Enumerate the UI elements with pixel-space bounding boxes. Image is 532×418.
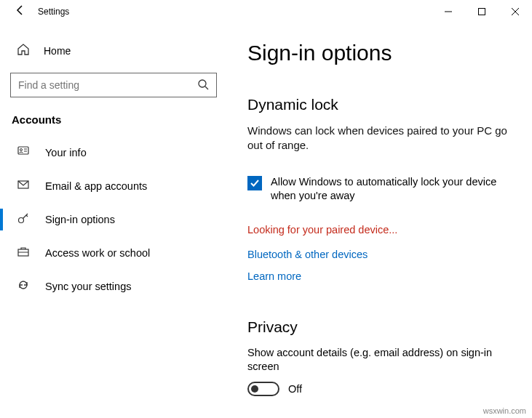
- privacy-toggle-description: Show account details (e.g. email address…: [247, 346, 509, 374]
- briefcase-icon: [16, 245, 31, 261]
- sidebar-item-email[interactable]: Email & app accounts: [0, 169, 217, 203]
- pairing-status: Looking for your paired device...: [247, 224, 517, 236]
- home-button[interactable]: Home: [10, 36, 217, 65]
- sidebar-item-sync[interactable]: Sync your settings: [0, 270, 217, 303]
- key-icon: [16, 212, 31, 228]
- svg-line-5: [205, 87, 208, 89]
- sync-icon: [16, 278, 31, 294]
- titlebar: Settings: [0, 0, 532, 23]
- sidebar-item-work[interactable]: Access work or school: [0, 236, 217, 270]
- close-button[interactable]: [499, 0, 532, 23]
- sidebar-item-your-info[interactable]: Your info: [0, 136, 217, 169]
- sidebar-item-label: Access work or school: [45, 247, 150, 259]
- sidebar-item-signin[interactable]: Sign-in options: [0, 203, 217, 236]
- home-label: Home: [44, 45, 71, 57]
- maximize-button[interactable]: [465, 0, 499, 23]
- watermark: wsxwin.com: [483, 406, 526, 415]
- home-icon: [16, 43, 31, 59]
- search-input[interactable]: [18, 79, 197, 91]
- svg-point-4: [199, 80, 206, 87]
- learn-more-link[interactable]: Learn more: [247, 270, 517, 282]
- privacy-toggle-row: Off: [247, 382, 517, 396]
- privacy-toggle[interactable]: [247, 382, 279, 396]
- content-area: Sign-in options Dynamic lock Windows can…: [226, 23, 532, 418]
- dynamic-lock-description: Windows can lock when devices paired to …: [247, 124, 509, 153]
- svg-point-7: [20, 149, 23, 151]
- svg-rect-1: [479, 9, 485, 15]
- back-button[interactable]: [6, 4, 35, 19]
- bluetooth-link[interactable]: Bluetooth & other devices: [247, 249, 517, 260]
- privacy-heading: Privacy: [247, 318, 517, 336]
- person-icon: [16, 145, 31, 161]
- dynamic-lock-heading: Dynamic lock: [247, 96, 517, 113]
- dynamic-lock-checkbox-label: Allow Windows to automatically lock your…: [271, 175, 517, 204]
- privacy-toggle-state: Off: [288, 383, 302, 395]
- svg-line-13: [26, 215, 28, 217]
- sidebar: Home Accounts Your info Email & app acco…: [0, 23, 226, 418]
- sidebar-item-label: Sign-in options: [45, 214, 115, 225]
- search-icon: [197, 79, 209, 92]
- sidebar-item-label: Sync your settings: [45, 281, 131, 292]
- svg-rect-6: [18, 147, 28, 154]
- sidebar-nav: Your info Email & app accounts Sign-in o…: [0, 136, 217, 303]
- window-title: Settings: [35, 7, 69, 17]
- checkbox-icon[interactable]: [247, 176, 262, 190]
- window-controls: [432, 0, 532, 23]
- sidebar-item-label: Email & app accounts: [45, 180, 147, 192]
- mail-icon: [16, 178, 31, 194]
- search-box[interactable]: [10, 73, 217, 97]
- sidebar-section-label: Accounts: [10, 113, 217, 126]
- minimize-button[interactable]: [432, 0, 465, 23]
- page-title: Sign-in options: [247, 41, 517, 65]
- svg-point-11: [19, 218, 24, 223]
- dynamic-lock-checkbox-row[interactable]: Allow Windows to automatically lock your…: [247, 175, 517, 204]
- sidebar-item-label: Your info: [45, 147, 87, 158]
